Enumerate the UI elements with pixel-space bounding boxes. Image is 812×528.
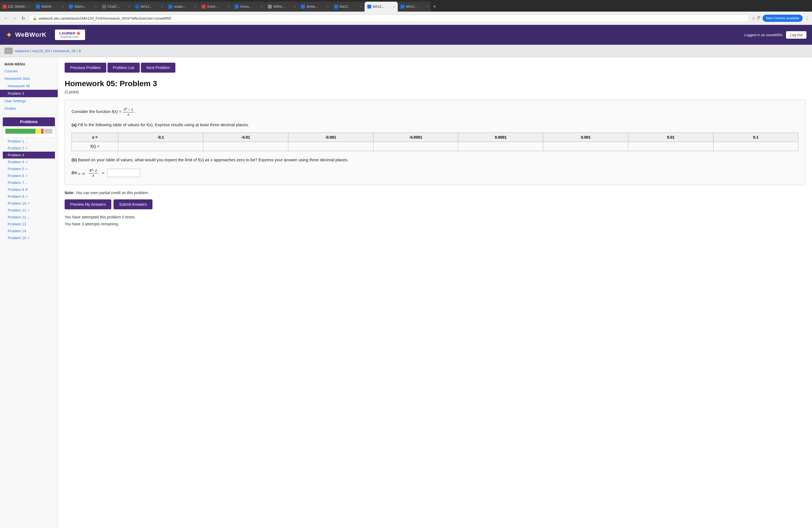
sidebar-item-homework-sets[interactable]: Homework Sets — [0, 75, 58, 82]
preview-answers-button[interactable]: Preview My Answers — [64, 200, 111, 209]
profile-button[interactable]: P — [758, 16, 760, 21]
tab-7[interactable]: Soluti... × — [199, 2, 232, 12]
tab-label-10: divide... — [306, 5, 318, 9]
problem-points: (1 point) — [64, 90, 806, 94]
table-cell-7[interactable] — [628, 142, 713, 151]
sidebar-item-problem3[interactable]: Problem 3 — [0, 90, 58, 97]
tab-label-8: Home... — [240, 5, 251, 9]
laurier-tagline: Inspiring Lives. — [61, 35, 79, 39]
tab-close-3[interactable]: × — [95, 5, 97, 8]
problem-list-item-3[interactable]: Problem 3 — [3, 151, 55, 159]
tab-close-12[interactable]: × — [393, 5, 395, 8]
table-cell-5[interactable] — [458, 142, 543, 151]
menu-button[interactable]: ⋮ — [805, 16, 809, 21]
tab-3[interactable]: Matho... × — [66, 2, 99, 12]
table-cell-3[interactable] — [288, 142, 373, 151]
problem-list-item-8[interactable]: Problem 8 ✗ — [3, 186, 55, 193]
new-tab-button[interactable]: + — [431, 4, 438, 10]
limit-row: lim x→0 5x−1 x = — [72, 167, 798, 178]
tab-4[interactable]: ChatC... × — [99, 2, 133, 12]
problem-list-item-1[interactable]: Problem 1 ... — [3, 138, 55, 145]
table-input-1[interactable] — [149, 144, 172, 149]
sidebar-divider — [0, 114, 58, 115]
tab-8[interactable]: Home... × — [232, 2, 265, 12]
submit-answers-button[interactable]: Submit Answers — [114, 200, 152, 209]
tab-favicon-2 — [36, 5, 40, 9]
new-chrome-label: New Chrome available — [766, 16, 799, 20]
problem-list-item-11[interactable]: Problem 11 ✓ — [3, 207, 55, 214]
action-buttons: Preview My Answers Submit Answers — [64, 200, 806, 209]
url-box[interactable]: 🔒 webwork.wlu.ca/webwork2/MA129_F24/Home… — [28, 14, 749, 23]
tab-11[interactable]: Ma12... × — [331, 2, 365, 12]
problem-list-item-5[interactable]: Problem 5 ✓ — [3, 165, 55, 172]
table-cell-8[interactable] — [713, 142, 798, 151]
tab-2[interactable]: WebW... × — [33, 2, 66, 12]
tab-10[interactable]: divide... × — [298, 2, 331, 12]
problem-list-item-14[interactable]: Problem 14 — [3, 228, 55, 234]
limit-symbol: lim x→0 — [72, 171, 85, 175]
problem-list-item-6[interactable]: Problem 6 ✓ — [3, 172, 55, 179]
tab-close-10[interactable]: × — [327, 5, 329, 8]
tab-12[interactable]: MA12... × — [365, 2, 398, 12]
table-cell-4[interactable] — [373, 142, 458, 151]
breadcrumb-course[interactable]: ma129_f24 — [32, 49, 50, 53]
bookmark-button[interactable]: ☆ — [752, 16, 755, 21]
logout-button[interactable]: Log Out — [786, 31, 807, 39]
table-input-6[interactable] — [575, 144, 597, 149]
tab-close-11[interactable]: × — [360, 5, 362, 8]
back-button[interactable]: ← — [3, 15, 10, 22]
limit-equals: = — [102, 171, 104, 175]
tab-close-8[interactable]: × — [261, 5, 262, 8]
new-chrome-badge[interactable]: New Chrome available — [763, 15, 802, 22]
tab-1[interactable]: D2L WebW... × — [0, 2, 33, 12]
tab-close-1[interactable]: × — [29, 5, 30, 8]
table-cell-1[interactable] — [118, 142, 203, 151]
tab-close-6[interactable]: × — [194, 5, 196, 8]
problem-list-item-2[interactable]: Problem 2 ✓ — [3, 145, 55, 151]
next-problem-button[interactable]: Next Problem — [141, 63, 175, 73]
tab-close-5[interactable]: × — [161, 5, 163, 8]
problem-list-item-9[interactable]: Problem 9 ✓ — [3, 193, 55, 200]
tab-close-13[interactable]: × — [426, 5, 428, 8]
tab-close-9[interactable]: × — [294, 5, 295, 8]
table-input-7[interactable] — [660, 144, 682, 149]
table-input-3[interactable] — [320, 144, 342, 149]
function-fraction: 5x − 1 x — [122, 107, 134, 117]
table-cell-2[interactable] — [203, 142, 288, 151]
problem-list-item-13[interactable]: Problem 13 — [3, 221, 55, 228]
breadcrumb-back-button[interactable]: ← — [4, 47, 13, 54]
problem-list-item-4[interactable]: Problem 4 ✓ — [3, 159, 55, 165]
sidebar-item-homework05[interactable]: Homework 05 — [0, 82, 58, 90]
table-input-2[interactable] — [234, 144, 257, 149]
table-input-5[interactable] — [490, 144, 512, 149]
table-input-8[interactable] — [745, 144, 767, 149]
tab-close-7[interactable]: × — [228, 5, 229, 8]
tab-9[interactable]: Wilfric... × — [265, 2, 298, 12]
problem-list-item-15[interactable]: Problem 15 ✓ — [3, 234, 55, 241]
limit-answer-input[interactable] — [107, 169, 140, 177]
forward-button[interactable]: → — [12, 15, 18, 22]
sidebar-item-grades[interactable]: Grades — [0, 105, 58, 112]
problem-list-item-12[interactable]: Problem 12 ... — [3, 214, 55, 221]
breadcrumb-webwork[interactable]: webwork — [15, 49, 29, 53]
sidebar-item-courses[interactable]: Courses — [0, 68, 58, 75]
tab-close-2[interactable]: × — [62, 5, 63, 8]
laurier-name: LAURIER 🍁 — [59, 31, 81, 35]
tab-label-5: MA12... — [141, 5, 152, 9]
problem-list-item-10[interactable]: Problem 10 ✓ — [3, 200, 55, 207]
refresh-button[interactable]: ↻ — [20, 15, 26, 22]
webwork-header: ✦ WeBWorK LAURIER 🍁 Inspiring Lives. Log… — [0, 25, 812, 45]
tab-13[interactable]: MA12... × — [398, 2, 431, 12]
breadcrumb-homework[interactable]: homework_05 — [53, 49, 76, 53]
tab-close-4[interactable]: × — [128, 5, 130, 8]
problem-list-item-7[interactable]: Problem 7 ... — [3, 179, 55, 186]
table-header-x: x = — [72, 133, 118, 142]
problem-list-button[interactable]: Problem List — [107, 63, 140, 73]
previous-problem-button[interactable]: Previous Problem — [64, 63, 106, 73]
tab-5[interactable]: MA12... × — [133, 2, 166, 12]
sidebar-item-user-settings[interactable]: User Settings — [0, 97, 58, 105]
tab-6[interactable]: readin... × — [166, 2, 199, 12]
table-input-4[interactable] — [405, 144, 427, 149]
table-cell-6[interactable] — [543, 142, 628, 151]
tab-favicon-5 — [135, 5, 139, 9]
